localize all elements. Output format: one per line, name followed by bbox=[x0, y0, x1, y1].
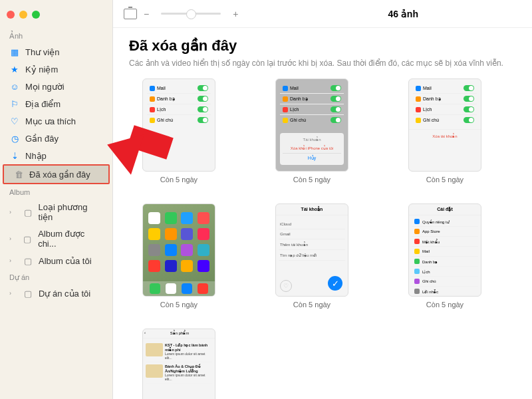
people-icon: ☺ bbox=[9, 81, 20, 92]
thumbnail-caption: Còn 5 ngày bbox=[395, 176, 495, 184]
thumbnail-caption: Còn 5 ngày bbox=[129, 301, 229, 309]
sidebar: Ảnh▦Thư viện★Kỷ niệm☺Mọi người⚐Địa điểm♡… bbox=[0, 0, 113, 399]
thumbnail-image: MailDanh bạLịchGhi chú bbox=[142, 78, 215, 172]
sidebar-item-label: Album được chi... bbox=[38, 229, 103, 249]
thumbnail[interactable]: Còn 5 ngày bbox=[129, 203, 229, 309]
thumbnail-caption: Còn 5 ngày bbox=[395, 301, 495, 309]
folder-icon: ▢ bbox=[23, 233, 33, 244]
sidebar-item-label: Địa điểm bbox=[25, 99, 61, 109]
thumbnail[interactable]: Tài khoảniCloudGmailThêm tài khoảnTìm nạ… bbox=[262, 203, 362, 309]
chevron-icon: › bbox=[9, 290, 16, 297]
check-icon: ✓ bbox=[328, 276, 342, 291]
zoom-slider[interactable] bbox=[161, 13, 221, 15]
sidebar-item-album-c-chi-[interactable]: ›▢Album được chi... bbox=[0, 225, 112, 252]
clock-icon: ◷ bbox=[9, 133, 20, 144]
pin-icon: ⚐ bbox=[9, 98, 20, 109]
maximize-icon[interactable] bbox=[32, 11, 40, 19]
zoom-in-icon[interactable]: + bbox=[233, 9, 238, 19]
thumbnail-grid: MailDanh bạLịchGhi chúCòn 5 ngàyMailDanh… bbox=[129, 78, 516, 399]
sidebar-item--x-a-g-n-y[interactable]: 🗑Đã xóa gần đây bbox=[3, 164, 110, 184]
thumbnail-image: Tài khoảniCloudGmailThêm tài khoảnTìm nạ… bbox=[275, 203, 348, 297]
sidebar-item-th-vi-n[interactable]: ▦Thư viện bbox=[0, 43, 112, 61]
section-label: Dự án bbox=[0, 269, 112, 285]
page-description: Các ảnh và video hiển thị số ngày còn lạ… bbox=[129, 59, 516, 68]
sidebar-item-label: Loại phương tiện bbox=[39, 202, 103, 222]
folder-icon: ▢ bbox=[23, 207, 33, 217]
chevron-icon: › bbox=[9, 257, 16, 264]
sidebar-item-m-i-ng-i[interactable]: ☺Mọi người bbox=[0, 78, 112, 95]
section-label: Ảnh bbox=[0, 28, 112, 43]
sidebar-item-nh-p[interactable]: ⇣Nhập bbox=[0, 147, 112, 164]
thumbnail-image: MailDanh bạLịchGhi chúXóa tài khoản bbox=[408, 78, 481, 172]
thumbnail-image: MailDanh bạLịchGhi chúTài khoảnXóa khỏi … bbox=[275, 78, 348, 172]
minimize-icon[interactable] bbox=[19, 11, 27, 19]
sidebar-item-m-c-a-th-ch[interactable]: ♡Mục ưa thích bbox=[0, 112, 112, 130]
photo-icon: ▦ bbox=[9, 47, 20, 57]
sidebar-item-d-n-c-a-t-i[interactable]: ›▢Dự án của tôi bbox=[0, 285, 112, 302]
zoom-out-icon[interactable]: − bbox=[144, 9, 149, 19]
thumbnail[interactable]: MailDanh bạLịchGhi chúTài khoảnXóa khỏi … bbox=[262, 78, 362, 184]
window-controls bbox=[0, 5, 112, 28]
thumbnail[interactable]: Cài đặtQuyền riêng tưApp StoreMật khẩuMa… bbox=[395, 203, 495, 309]
toolbar: − + 46 ảnh bbox=[113, 0, 532, 28]
sidebar-item-album-c-a-t-i[interactable]: ›▢Album của tôi bbox=[0, 252, 112, 269]
thumbnail-image bbox=[142, 203, 215, 297]
sidebar-item-label: Thư viện bbox=[25, 47, 59, 57]
thumbnail-caption: Còn 5 ngày bbox=[262, 176, 362, 184]
trash-icon: 🗑 bbox=[13, 169, 24, 180]
sidebar-item-label: Kỷ niệm bbox=[25, 65, 58, 74]
chevron-icon: › bbox=[9, 209, 16, 215]
sidebar-item-label: Album của tôi bbox=[39, 256, 92, 266]
folder-icon: ▢ bbox=[23, 288, 33, 299]
thumbnail-image: ‹Sản phẩmKST - Lớp học làm bánh miễn phí… bbox=[142, 329, 215, 399]
heart-icon: ♡ bbox=[9, 116, 20, 126]
thumbnail[interactable]: ‹Sản phẩmKST - Lớp học làm bánh miễn phí… bbox=[129, 329, 229, 399]
section-label: Album bbox=[0, 184, 112, 199]
sidebar-item--a-i-m[interactable]: ⚐Địa điểm bbox=[0, 95, 112, 112]
sidebar-item-label: Đã xóa gần đây bbox=[29, 170, 90, 180]
star-icon: ★ bbox=[9, 64, 20, 74]
page-title: Đã xóa gần đây bbox=[129, 37, 516, 55]
sidebar-item-label: Mục ưa thích bbox=[25, 116, 76, 126]
aspect-icon[interactable] bbox=[124, 9, 137, 19]
photo-count: 46 ảnh bbox=[388, 9, 418, 19]
close-icon[interactable] bbox=[7, 11, 15, 19]
chevron-icon: › bbox=[9, 235, 16, 242]
sidebar-item-k-ni-m[interactable]: ★Kỷ niệm bbox=[0, 61, 112, 78]
sidebar-item-lo-i-ph-ng-ti-n[interactable]: ›▢Loại phương tiện bbox=[0, 199, 112, 225]
folder-icon: ▢ bbox=[23, 255, 33, 266]
sidebar-item-label: Nhập bbox=[25, 151, 47, 161]
main-panel: − + 46 ảnh Đã xóa gần đây Các ảnh và vid… bbox=[113, 0, 532, 399]
thumbnail[interactable]: MailDanh bạLịchGhi chúCòn 5 ngày bbox=[129, 78, 229, 184]
thumbnail-image: Cài đặtQuyền riêng tưApp StoreMật khẩuMa… bbox=[408, 203, 481, 297]
sidebar-item-label: Mọi người bbox=[25, 82, 65, 92]
thumbnail[interactable]: MailDanh bạLịchGhi chúXóa tài khoảnCòn 5… bbox=[395, 78, 495, 184]
import-icon: ⇣ bbox=[9, 150, 20, 161]
sidebar-item-label: Dự án của tôi bbox=[39, 289, 90, 299]
thumbnail-caption: Còn 5 ngày bbox=[262, 301, 362, 309]
content: Đã xóa gần đây Các ảnh và video hiển thị… bbox=[113, 28, 532, 399]
sidebar-item-g-n-y[interactable]: ◷Gần đây bbox=[0, 130, 112, 147]
sidebar-item-label: Gần đây bbox=[25, 134, 59, 144]
thumbnail-caption: Còn 5 ngày bbox=[129, 176, 229, 184]
